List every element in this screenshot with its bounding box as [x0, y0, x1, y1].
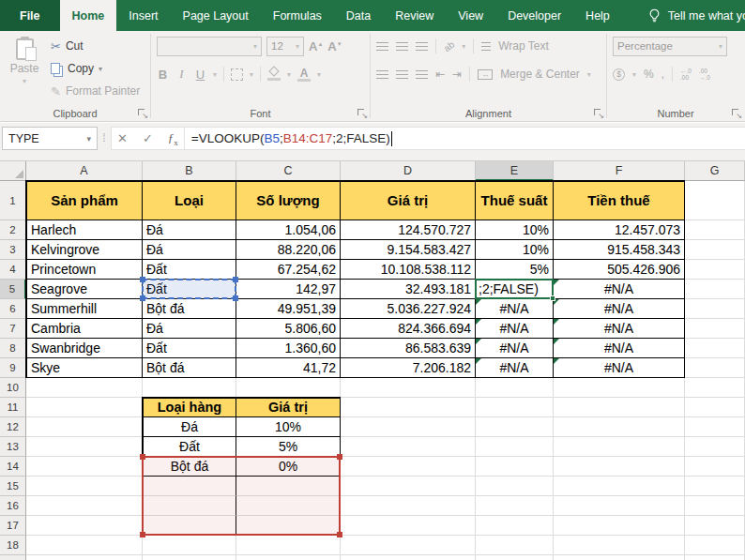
cell-C10[interactable]: [236, 378, 341, 398]
cell-G2[interactable]: [685, 220, 745, 240]
row-header-5[interactable]: 5: [0, 280, 26, 299]
cell-G10[interactable]: [685, 378, 745, 398]
cell-D16[interactable]: [341, 496, 476, 516]
insert-function-button[interactable]: ƒx: [168, 130, 178, 147]
cell-E1[interactable]: Thuế suất: [476, 181, 554, 220]
range-handle[interactable]: [140, 295, 145, 301]
cell-A16[interactable]: [26, 496, 143, 516]
borders-dropdown-icon[interactable]: ▾: [250, 70, 253, 79]
underline-dropdown-icon[interactable]: ▾: [213, 70, 217, 79]
cell-G4[interactable]: [685, 260, 745, 280]
tab-formulas[interactable]: Formulas: [261, 0, 334, 31]
cell-A10[interactable]: [26, 378, 143, 398]
cell-B3[interactable]: Đá: [143, 240, 236, 260]
tab-home[interactable]: Home: [60, 0, 117, 31]
cell-D17[interactable]: [341, 516, 476, 536]
accounting-format-icon[interactable]: $: [613, 68, 625, 81]
cell-C5[interactable]: 142,97: [236, 280, 341, 299]
row-header-11[interactable]: 11: [0, 398, 26, 417]
cell-G7[interactable]: [685, 319, 745, 339]
cell-B11[interactable]: Loại hàng: [143, 398, 236, 417]
cell-A3[interactable]: Kelvingrove: [26, 240, 143, 260]
merge-center-dropdown-icon[interactable]: ▾: [587, 70, 591, 79]
column-header-C[interactable]: C: [236, 161, 341, 181]
cell-D8[interactable]: 86.583.639: [341, 339, 476, 358]
row-header-19[interactable]: 19: [0, 555, 26, 560]
paste-button[interactable]: Paste ▾: [4, 35, 45, 105]
cell-B17[interactable]: [143, 516, 236, 536]
cell-A18[interactable]: [26, 536, 143, 555]
cell-B14[interactable]: Bột đá: [143, 457, 236, 477]
cell-F2[interactable]: 12.457.073: [554, 220, 685, 240]
cell-D7[interactable]: 824.366.694: [341, 319, 476, 339]
cell-D3[interactable]: 9.154.583.427: [341, 240, 476, 260]
cell-G19[interactable]: [685, 555, 745, 560]
column-header-D[interactable]: D: [341, 161, 476, 181]
tab-page-layout[interactable]: Page Layout: [171, 0, 261, 31]
cell-E5[interactable]: ;2;FALSE): [476, 280, 554, 299]
range-handle[interactable]: [337, 532, 342, 537]
formula-input[interactable]: =VLOOKUP(B5;B14:C17;2;FALSE): [185, 127, 745, 150]
align-center-icon[interactable]: [396, 70, 408, 79]
cell-B16[interactable]: [143, 496, 236, 516]
row-header-10[interactable]: 10: [0, 378, 26, 398]
tab-developer[interactable]: Developer: [495, 0, 573, 31]
increase-font-size-icon[interactable]: A▲: [309, 39, 323, 53]
cell-C13[interactable]: 5%: [236, 437, 341, 457]
cell-F12[interactable]: [554, 417, 685, 437]
cell-F9[interactable]: #N/A: [554, 358, 685, 378]
select-all-button[interactable]: [0, 161, 26, 181]
percent-style-icon[interactable]: %: [644, 68, 654, 81]
cell-A15[interactable]: [26, 477, 143, 496]
row-header-18[interactable]: 18: [0, 536, 26, 555]
row-header-16[interactable]: 16: [0, 496, 26, 516]
cell-C1[interactable]: Số lượng: [236, 181, 341, 220]
cell-E10[interactable]: [476, 378, 554, 398]
row-header-8[interactable]: 8: [0, 339, 26, 358]
row-header-7[interactable]: 7: [0, 319, 26, 339]
cell-B4[interactable]: Đất: [143, 260, 236, 280]
fill-handle[interactable]: [550, 295, 555, 301]
align-top-icon[interactable]: [376, 42, 388, 51]
cell-C17[interactable]: [236, 516, 341, 536]
cell-A12[interactable]: [26, 417, 143, 437]
cell-G3[interactable]: [685, 240, 745, 260]
column-header-F[interactable]: F: [554, 161, 685, 181]
cell-A19[interactable]: [26, 555, 143, 560]
cell-F14[interactable]: [554, 457, 685, 477]
cell-G12[interactable]: [685, 417, 745, 437]
cell-D12[interactable]: [341, 417, 476, 437]
tab-tell-me-what-you-want[interactable]: Tell me what you want: [635, 0, 745, 31]
cell-E7[interactable]: #N/A: [476, 319, 554, 339]
row-header-9[interactable]: 9: [0, 358, 26, 378]
range-handle[interactable]: [140, 532, 145, 537]
number-format-select[interactable]: Percentage ▾: [613, 37, 727, 56]
cell-E16[interactable]: [476, 496, 554, 516]
cell-E2[interactable]: 10%: [476, 220, 554, 240]
cell-B8[interactable]: Đất: [143, 339, 236, 358]
cell-A6[interactable]: Summerhill: [26, 299, 143, 319]
cell-B9[interactable]: Bột đá: [143, 358, 236, 378]
cell-C12[interactable]: 10%: [236, 417, 341, 437]
cell-F4[interactable]: 505.426.906: [554, 260, 685, 280]
cell-F15[interactable]: [554, 477, 685, 496]
cell-A13[interactable]: [26, 437, 143, 457]
clipboard-dialog-launcher[interactable]: [137, 108, 147, 118]
cell-C2[interactable]: 1.054,06: [236, 220, 341, 240]
cell-C9[interactable]: 41,72: [236, 358, 341, 378]
accounting-dropdown-icon[interactable]: ▾: [632, 70, 636, 79]
fill-color-dropdown-icon[interactable]: ▾: [287, 70, 291, 79]
cell-G18[interactable]: [685, 536, 745, 555]
column-header-A[interactable]: A: [26, 161, 143, 181]
orientation-icon[interactable]: ab: [442, 38, 457, 53]
cell-E18[interactable]: [476, 536, 554, 555]
cell-E11[interactable]: [476, 398, 554, 417]
cell-A1[interactable]: Sản phẩm: [26, 181, 143, 220]
row-header-12[interactable]: 12: [0, 417, 26, 437]
cell-A8[interactable]: Swanbridge: [26, 339, 143, 358]
cell-D6[interactable]: 5.036.227.924: [341, 299, 476, 319]
cell-G8[interactable]: [685, 339, 745, 358]
wrap-text-button[interactable]: Wrap Text: [498, 39, 549, 53]
fill-color-icon[interactable]: [267, 68, 281, 81]
cell-A2[interactable]: Harlech: [26, 220, 143, 240]
